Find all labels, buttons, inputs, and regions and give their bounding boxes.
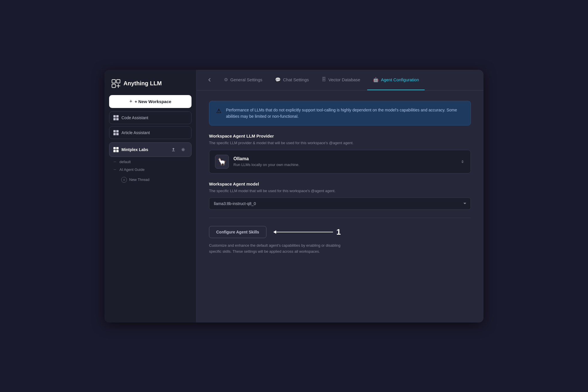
- warning-icon: ⚠: [216, 107, 221, 114]
- sidebar-item-code-assistant[interactable]: Code Assistant: [109, 111, 192, 124]
- configure-controls: Configure Agent Skills 1: [209, 226, 471, 238]
- provider-name: Ollama: [233, 156, 456, 161]
- configure-description: Customize and enhance the default agent'…: [209, 243, 347, 255]
- active-workspace-section: Mintplex Labs: [109, 142, 192, 185]
- grid-icon-2: [113, 130, 119, 135]
- arrow-line: [276, 232, 333, 232]
- settings-tab-icon: ⚙: [224, 77, 228, 82]
- settings-icon-button[interactable]: [179, 146, 187, 154]
- chevron-updown-icon: [460, 160, 465, 164]
- back-button[interactable]: [204, 75, 215, 85]
- active-workspace-label: Mintplex Labs: [121, 147, 148, 152]
- vector-tab-icon: 🗄: [322, 77, 326, 82]
- svg-rect-0: [112, 80, 115, 83]
- tab-vector-database-label: Vector Database: [328, 77, 360, 82]
- svg-rect-1: [117, 80, 120, 83]
- svg-rect-2: [112, 84, 115, 88]
- new-workspace-label: + New Workspace: [135, 99, 171, 104]
- back-arrow-icon: [207, 77, 212, 82]
- grid-icon: [113, 115, 119, 120]
- agent-tab-icon: 🤖: [373, 77, 379, 82]
- configure-agent-skills-button[interactable]: Configure Agent Skills: [209, 226, 266, 238]
- model-select[interactable]: llama3:8b-instruct-q8_0 llama3:7b llama3…: [209, 198, 471, 210]
- provider-avatar-icon: 🦙: [218, 158, 226, 166]
- configure-skills-section: Configure Agent Skills 1 Customize and e…: [209, 226, 471, 255]
- tab-vector-database[interactable]: 🗄 Vector Database: [316, 70, 366, 90]
- svg-point-4: [183, 149, 184, 150]
- new-workspace-button[interactable]: + + New Workspace: [109, 95, 192, 108]
- agent-model-title: Workspace Agent model: [209, 181, 471, 186]
- llm-provider-title: Workspace Agent LLM Provider: [209, 134, 471, 138]
- tab-bar: ⚙ General Settings 💬 Chat Settings 🗄 Vec…: [196, 70, 483, 90]
- sidebar: Anything LLM + + New Workspace Code Assi…: [105, 70, 196, 323]
- llm-provider-section: Workspace Agent LLM Provider The specifi…: [209, 134, 471, 173]
- llm-provider-description: The specific LLM provider & model that w…: [209, 140, 471, 146]
- new-workspace-plus-icon: +: [129, 99, 132, 105]
- tab-agent-configuration[interactable]: 🤖 Agent Configuration: [367, 70, 425, 90]
- upload-icon-button[interactable]: [169, 146, 177, 154]
- new-thread-label: New Thread: [129, 177, 150, 182]
- plus-circle-icon: +: [121, 177, 127, 183]
- info-box-text: Performance of LLMs that do not explicit…: [226, 107, 464, 120]
- provider-card[interactable]: 🦙 Ollama Run LLMs locally on your own ma…: [209, 150, 471, 173]
- agent-model-section: Workspace Agent model The specific LLM m…: [209, 181, 471, 210]
- provider-desc: Run LLMs locally on your own machine.: [233, 163, 456, 167]
- sub-item-default[interactable]: default: [117, 158, 192, 166]
- settings-gear-icon: [181, 148, 185, 152]
- agent-model-description: The specific LLM model that will be used…: [209, 188, 471, 194]
- tab-general-settings-label: General Settings: [230, 77, 262, 82]
- upload-icon: [171, 148, 175, 152]
- grid-icon-active: [113, 147, 119, 152]
- arrow-number: 1: [336, 227, 341, 237]
- app-logo: Anything LLM: [109, 77, 192, 95]
- new-thread-button[interactable]: + New Thread: [117, 175, 192, 185]
- sidebar-item-label: Article Assistant: [121, 130, 150, 135]
- tab-chat-settings[interactable]: 💬 Chat Settings: [269, 70, 315, 90]
- logo-icon: [111, 79, 121, 88]
- section-divider: [209, 218, 471, 218]
- main-content: ⚙ General Settings 💬 Chat Settings 🗄 Vec…: [196, 70, 483, 323]
- chat-tab-icon: 💬: [275, 77, 281, 82]
- content-area: ⚠ Performance of LLMs that do not explic…: [196, 90, 483, 323]
- sidebar-item-article-assistant[interactable]: Article Assistant: [109, 126, 192, 139]
- arrow-indicator: 1: [276, 227, 341, 237]
- provider-avatar: 🦙: [215, 155, 229, 169]
- sub-item-ai-agent-guide[interactable]: AI Agent Guide: [117, 166, 192, 173]
- tab-general-settings[interactable]: ⚙ General Settings: [218, 70, 268, 90]
- info-box: ⚠ Performance of LLMs that do not explic…: [209, 101, 471, 126]
- sub-items-list: default AI Agent Guide + New Thread: [109, 158, 192, 185]
- app-title: Anything LLM: [123, 80, 162, 87]
- app-container: Anything LLM + + New Workspace Code Assi…: [105, 70, 483, 323]
- active-workspace-header[interactable]: Mintplex Labs: [109, 142, 192, 157]
- svg-rect-3: [172, 151, 175, 151]
- tab-chat-settings-label: Chat Settings: [283, 77, 309, 82]
- sidebar-item-label: Code Assistant: [121, 115, 148, 120]
- tab-agent-configuration-label: Agent Configuration: [381, 77, 419, 82]
